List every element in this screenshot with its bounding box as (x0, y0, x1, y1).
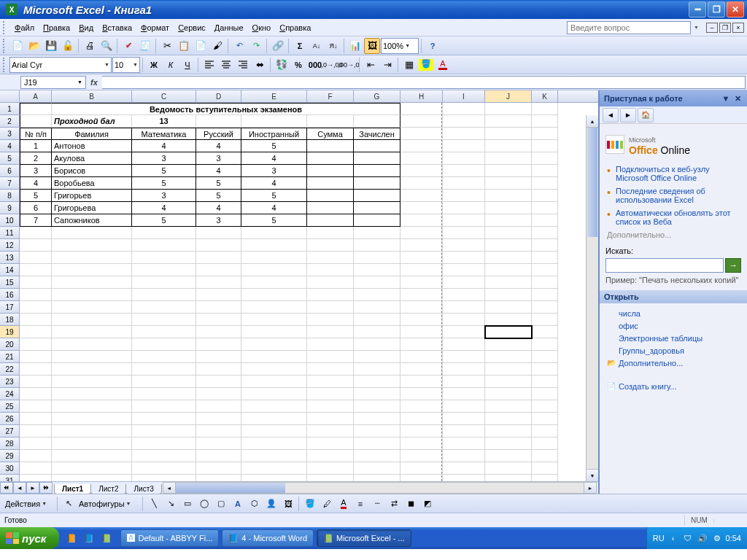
row-header[interactable]: 18 (0, 314, 20, 326)
cell[interactable]: 5 (20, 190, 52, 202)
row-header[interactable]: 15 (0, 276, 20, 289)
increase-indent-icon[interactable]: ⇥ (379, 57, 395, 73)
cell[interactable] (52, 264, 132, 276)
cell[interactable] (20, 363, 52, 376)
cell[interactable] (532, 413, 558, 425)
cell[interactable] (52, 363, 132, 376)
cell[interactable] (354, 276, 400, 289)
vertical-scrollbar[interactable] (586, 115, 598, 481)
cell[interactable] (196, 326, 241, 338)
fill-color-icon[interactable]: 🪣 (418, 57, 434, 73)
minimize-button[interactable]: ━ (689, 1, 706, 18)
cell[interactable] (20, 413, 52, 425)
cell[interactable] (132, 475, 196, 481)
cell[interactable] (532, 363, 558, 376)
textbox-icon[interactable]: ▢ (213, 496, 229, 512)
cell[interactable] (20, 239, 52, 252)
line-color-icon[interactable]: 🖊 (319, 496, 335, 512)
cell[interactable] (443, 264, 485, 276)
cell[interactable] (52, 376, 132, 388)
cell[interactable] (400, 140, 443, 152)
cell[interactable] (354, 227, 400, 239)
line-style-icon[interactable]: ≡ (352, 496, 368, 512)
cell[interactable] (485, 400, 532, 413)
recent-file-link[interactable]: Группы_здоровья (619, 346, 741, 355)
cell[interactable]: 4 (241, 177, 307, 190)
cell[interactable] (20, 425, 52, 438)
cell[interactable] (400, 252, 443, 264)
cell[interactable] (241, 388, 307, 400)
toolbar-handle[interactable] (3, 58, 7, 72)
taskpane-more-files[interactable]: 📂Дополнительно... (619, 359, 741, 368)
cell[interactable] (354, 400, 400, 413)
cell[interactable]: 3 (241, 165, 307, 177)
cell[interactable] (241, 289, 307, 301)
col-header-E[interactable]: E (241, 90, 307, 102)
cell[interactable]: 4 (132, 140, 196, 152)
taskpane-link[interactable]: Подключиться к веб-узлу Microsoft Office… (616, 165, 741, 182)
menu-Формат[interactable]: Формат (136, 22, 174, 34)
cell[interactable] (354, 462, 400, 475)
cell[interactable] (532, 177, 558, 190)
cell[interactable]: 4 (241, 152, 307, 165)
research-icon[interactable]: 🧾 (137, 38, 153, 54)
cell[interactable] (132, 450, 196, 462)
cell[interactable] (132, 301, 196, 314)
cell[interactable] (400, 289, 443, 301)
recent-file-link[interactable]: Электронные таблицы (619, 334, 741, 343)
cell[interactable] (307, 165, 354, 177)
cell[interactable] (20, 351, 52, 363)
cell[interactable]: № п/п (20, 128, 52, 140)
cell[interactable] (132, 400, 196, 413)
cell[interactable] (241, 314, 307, 326)
row-header[interactable]: 7 (0, 177, 20, 190)
cell[interactable] (196, 438, 241, 450)
row-header[interactable]: 29 (0, 450, 20, 462)
taskpane-home-icon[interactable]: 🏠 (638, 108, 654, 122)
cell[interactable] (20, 252, 52, 264)
cell[interactable] (532, 140, 558, 152)
cell[interactable]: 5 (241, 140, 307, 152)
cell[interactable] (443, 388, 485, 400)
row-header[interactable]: 16 (0, 289, 20, 301)
taskpane-search-input[interactable] (605, 258, 724, 273)
cell[interactable] (241, 351, 307, 363)
cell[interactable] (485, 475, 532, 481)
cell[interactable] (196, 301, 241, 314)
cell[interactable]: 5 (241, 190, 307, 202)
cell[interactable] (20, 338, 52, 351)
row-header[interactable]: 24 (0, 388, 20, 400)
cell[interactable] (20, 103, 52, 115)
ql-powerpoint-icon[interactable]: 📙 (63, 529, 80, 547)
cell[interactable] (400, 475, 443, 481)
line-icon[interactable]: ╲ (146, 496, 162, 512)
cell[interactable]: 4 (196, 140, 241, 152)
cell[interactable] (443, 190, 485, 202)
cell[interactable] (443, 450, 485, 462)
col-header-J[interactable]: J (485, 90, 532, 102)
col-header-D[interactable]: D (196, 90, 241, 102)
row-header[interactable]: 8 (0, 190, 20, 202)
cell[interactable] (443, 314, 485, 326)
cell[interactable] (354, 301, 400, 314)
cell[interactable] (354, 214, 400, 227)
cell[interactable]: 4 (20, 177, 52, 190)
align-right-icon[interactable] (235, 57, 251, 73)
cell[interactable] (354, 190, 400, 202)
cell[interactable] (52, 438, 132, 450)
cell[interactable] (400, 152, 443, 165)
cell[interactable] (307, 438, 354, 450)
cell[interactable] (443, 252, 485, 264)
cell[interactable] (196, 363, 241, 376)
cell[interactable] (485, 177, 532, 190)
cell[interactable] (485, 128, 532, 140)
cell[interactable] (196, 400, 241, 413)
row-header[interactable]: 5 (0, 152, 20, 165)
cell[interactable] (241, 450, 307, 462)
cell[interactable] (20, 115, 52, 128)
cell[interactable] (132, 326, 196, 338)
cell[interactable]: Зачислен (354, 128, 400, 140)
cell[interactable] (241, 326, 307, 338)
recent-file-link[interactable]: офис (619, 322, 741, 330)
menu-Вставка[interactable]: Вставка (98, 22, 136, 34)
